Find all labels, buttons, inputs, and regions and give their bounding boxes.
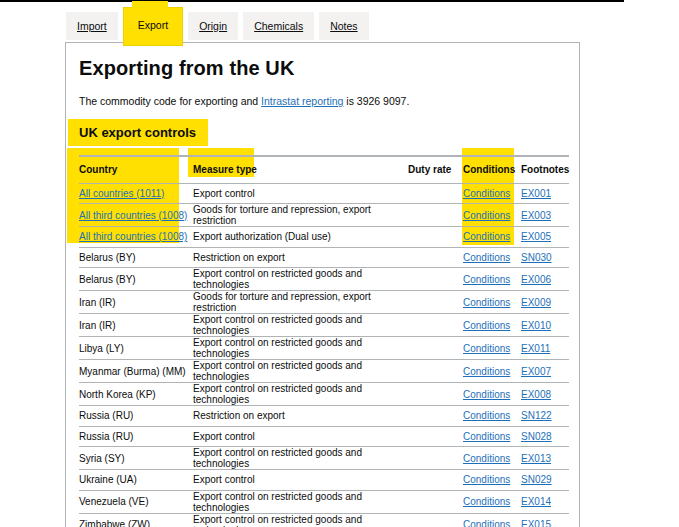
country-label: Libya (LY): [79, 337, 193, 360]
duty-rate-value: [408, 291, 463, 314]
conditions-link[interactable]: Conditions: [463, 389, 510, 400]
duty-rate-value: [408, 383, 463, 406]
footnote-link[interactable]: SN122: [521, 410, 552, 421]
duty-rate-value: [408, 337, 463, 360]
intrastat-reporting-link[interactable]: Intrastat reporting: [261, 95, 343, 107]
conditions-link[interactable]: Conditions: [463, 343, 510, 354]
table-header-row: Country Measure type Duty rate Condition…: [79, 156, 569, 183]
measure-type-label: Export control on restricted goods and t…: [193, 360, 408, 383]
duty-rate-value: [408, 227, 463, 248]
country-label: Iran (IR): [79, 291, 193, 314]
export-controls-table: Country Measure type Duty rate Condition…: [79, 155, 569, 527]
measure-type-label: Export control: [193, 183, 408, 204]
export-controls-table-body: All countries (1011)Export controlCondit…: [79, 183, 569, 527]
duty-rate-value: [408, 406, 463, 427]
table-row: Myanmar (Burma) (MM)Export control on re…: [79, 360, 569, 383]
duty-rate-value: [408, 268, 463, 291]
measure-type-label: Export control on restricted goods and t…: [193, 447, 408, 470]
duty-rate-value: [408, 447, 463, 470]
footnote-link[interactable]: SN028: [521, 431, 552, 442]
measure-type-label: Export control on restricted goods and t…: [193, 337, 408, 360]
footnote-link[interactable]: EX009: [521, 297, 551, 308]
tab-export[interactable]: Export: [123, 7, 183, 46]
duty-rate-value: [408, 314, 463, 337]
duty-rate-value: [408, 360, 463, 383]
screenshot-top-border: [0, 0, 624, 2]
conditions-link[interactable]: Conditions: [463, 320, 510, 331]
country-label: Belarus (BY): [79, 268, 193, 291]
footnote-link[interactable]: EX011: [521, 343, 550, 354]
measure-type-label: Export control on restricted goods and t…: [193, 513, 408, 527]
tab-chemicals[interactable]: Chemicals: [243, 12, 314, 40]
conditions-link[interactable]: Conditions: [463, 410, 510, 421]
duty-rate-value: [408, 513, 463, 527]
tab-import[interactable]: Import: [66, 12, 118, 40]
measure-type-label: Export control: [193, 470, 408, 491]
footnote-link[interactable]: EX015: [521, 519, 551, 527]
table-row: Zimbabwe (ZW)Export control on restricte…: [79, 513, 569, 527]
conditions-link[interactable]: Conditions: [463, 496, 510, 507]
column-header-footnotes: Footnotes: [521, 156, 569, 183]
duty-rate-value: [408, 183, 463, 204]
table-row: Belarus (BY)Export control on restricted…: [79, 268, 569, 291]
footnote-link[interactable]: EX008: [521, 389, 551, 400]
table-row: All third countries (1008)Goods for tort…: [79, 204, 569, 227]
tariff-tabs: ImportExportOriginChemicalsNotes: [66, 12, 369, 40]
measure-type-label: Export authorization (Dual use): [193, 227, 408, 248]
table-row: Libya (LY)Export control on restricted g…: [79, 337, 569, 360]
measure-type-label: Export control on restricted goods and t…: [193, 314, 408, 337]
table-row: Iran (IR)Export control on restricted go…: [79, 314, 569, 337]
footnote-link[interactable]: EX007: [521, 366, 551, 377]
country-label: Venezuela (VE): [79, 490, 193, 513]
table-row: Ukraine (UA)Export controlConditionsSN02…: [79, 470, 569, 491]
duty-rate-value: [408, 247, 463, 268]
table-row: All countries (1011)Export controlCondit…: [79, 183, 569, 204]
column-header-conditions: Conditions: [463, 156, 521, 183]
measure-type-label: Export control on restricted goods and t…: [193, 268, 408, 291]
duty-rate-value: [408, 470, 463, 491]
conditions-link[interactable]: Conditions: [463, 231, 510, 242]
measure-type-label: Restriction on export: [193, 247, 408, 268]
footnote-link[interactable]: SN030: [521, 252, 552, 263]
conditions-link[interactable]: Conditions: [463, 431, 510, 442]
tab-notes[interactable]: Notes: [319, 12, 368, 40]
footnote-link[interactable]: EX013: [521, 453, 551, 464]
footnote-link[interactable]: EX001: [521, 188, 551, 199]
conditions-link[interactable]: Conditions: [463, 274, 510, 285]
footnote-link[interactable]: EX003: [521, 210, 551, 221]
table-row: Iran (IR)Goods for torture and repressio…: [79, 291, 569, 314]
measure-type-label: Goods for torture and repression, export…: [193, 204, 408, 227]
footnote-link[interactable]: EX005: [521, 231, 551, 242]
measure-type-label: Export control: [193, 426, 408, 447]
table-row: Syria (SY)Export control on restricted g…: [79, 447, 569, 470]
country-link[interactable]: All third countries (1008): [79, 210, 187, 221]
country-label: Iran (IR): [79, 314, 193, 337]
table-row: Russia (RU)Restriction on exportConditio…: [79, 406, 569, 427]
footnote-link[interactable]: EX014: [521, 496, 551, 507]
measure-type-label: Export control on restricted goods and t…: [193, 490, 408, 513]
uk-export-controls-heading: UK export controls: [68, 119, 208, 146]
table-row: Belarus (BY)Restriction on exportConditi…: [79, 247, 569, 268]
tab-origin[interactable]: Origin: [188, 12, 238, 40]
footnote-link[interactable]: EX010: [521, 320, 551, 331]
duty-rate-value: [408, 490, 463, 513]
measure-type-label: Restriction on export: [193, 406, 408, 427]
conditions-link[interactable]: Conditions: [463, 453, 510, 464]
conditions-link[interactable]: Conditions: [463, 366, 510, 377]
measure-type-label: Export control on restricted goods and t…: [193, 383, 408, 406]
country-link[interactable]: All third countries (1008): [79, 231, 187, 242]
column-header-duty-rate: Duty rate: [408, 156, 463, 183]
footnote-link[interactable]: EX006: [521, 274, 551, 285]
country-label: Russia (RU): [79, 426, 193, 447]
conditions-link[interactable]: Conditions: [463, 474, 510, 485]
country-link[interactable]: All countries (1011): [79, 188, 164, 199]
conditions-link[interactable]: Conditions: [463, 297, 510, 308]
conditions-link[interactable]: Conditions: [463, 252, 510, 263]
column-header-country: Country: [79, 156, 193, 183]
country-label: Ukraine (UA): [79, 470, 193, 491]
footnote-link[interactable]: SN029: [521, 474, 552, 485]
conditions-link[interactable]: Conditions: [463, 519, 510, 527]
table-row: North Korea (KP)Export control on restri…: [79, 383, 569, 406]
conditions-link[interactable]: Conditions: [463, 188, 510, 199]
conditions-link[interactable]: Conditions: [463, 210, 510, 221]
